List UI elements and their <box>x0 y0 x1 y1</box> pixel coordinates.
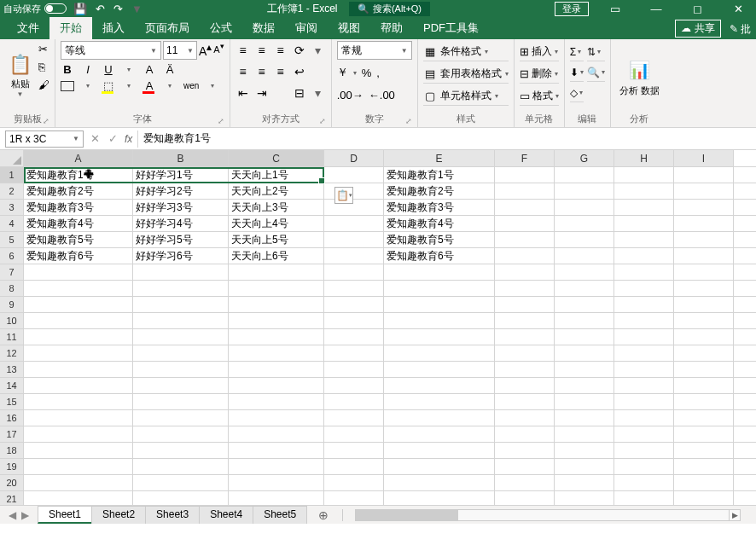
cell[interactable]: 好好学习1号 <box>133 167 229 183</box>
select-all-button[interactable] <box>0 150 24 166</box>
cell[interactable] <box>324 167 384 183</box>
cell[interactable] <box>674 491 734 505</box>
cell[interactable] <box>229 426 324 442</box>
font-effect2-icon[interactable]: Ä <box>163 63 177 76</box>
cell[interactable] <box>555 232 614 247</box>
row-header[interactable]: 16 <box>0 410 24 426</box>
cell[interactable] <box>24 426 133 442</box>
autosum-icon[interactable]: Σ <box>570 46 576 58</box>
row-header[interactable]: 7 <box>0 264 24 280</box>
cell[interactable] <box>229 443 324 458</box>
cell[interactable] <box>384 459 495 474</box>
cell[interactable] <box>495 394 555 409</box>
column-header[interactable]: B <box>133 150 229 166</box>
cell[interactable] <box>674 216 734 231</box>
cell[interactable] <box>555 443 614 458</box>
cell[interactable] <box>24 410 133 426</box>
cell[interactable] <box>324 378 384 393</box>
cell[interactable] <box>24 443 133 458</box>
cell[interactable] <box>555 459 614 474</box>
cell[interactable] <box>24 378 133 393</box>
horizontal-scrollbar[interactable]: ◀ ▶ <box>355 509 741 521</box>
cell[interactable] <box>24 281 133 296</box>
row-header[interactable]: 19 <box>0 459 24 474</box>
cell[interactable] <box>324 248 384 264</box>
cell[interactable] <box>495 232 555 247</box>
cell[interactable] <box>674 362 734 377</box>
fill-color-icon[interactable]: ⬚ <box>102 79 115 92</box>
sheet-tab[interactable]: Sheet3 <box>145 506 200 524</box>
cell[interactable] <box>229 297 324 312</box>
cell[interactable]: 爱知趣教育5号 <box>24 232 133 247</box>
cell[interactable] <box>324 216 384 231</box>
row-header[interactable]: 6 <box>0 248 24 264</box>
cell[interactable] <box>555 491 614 505</box>
find-icon[interactable]: 🔍 <box>587 67 600 78</box>
cell[interactable] <box>555 297 614 312</box>
row-header[interactable]: 13 <box>0 362 24 377</box>
column-header[interactable]: C <box>229 150 324 166</box>
cell[interactable] <box>555 183 614 199</box>
cut-icon[interactable]: ✂ <box>38 43 49 55</box>
cell[interactable] <box>674 443 734 458</box>
row-header[interactable]: 8 <box>0 281 24 296</box>
cell[interactable] <box>133 459 229 474</box>
cell[interactable] <box>133 264 229 280</box>
cell[interactable]: 爱知趣教育6号 <box>24 248 133 264</box>
sheet-tab[interactable]: Sheet1 <box>38 506 92 524</box>
cell[interactable] <box>555 362 614 377</box>
indent-increase-icon[interactable]: ⇥ <box>254 86 270 100</box>
cell[interactable] <box>495 362 555 377</box>
name-box[interactable]: 1R x 3C▼ <box>5 130 84 148</box>
cell[interactable] <box>384 345 495 361</box>
cell[interactable] <box>229 362 324 377</box>
row-header[interactable]: 11 <box>0 329 24 345</box>
sheet-tab[interactable]: Sheet5 <box>253 506 307 524</box>
cell[interactable]: 爱知趣教育4号 <box>384 216 495 231</box>
cell[interactable] <box>24 329 133 345</box>
launcher-icon[interactable]: ⤢ <box>319 117 326 125</box>
cell[interactable]: 好好学习6号 <box>133 248 229 264</box>
cell[interactable]: 爱知趣教育4号 <box>24 216 133 231</box>
cell[interactable] <box>384 378 495 393</box>
cell[interactable] <box>495 475 555 490</box>
clear-icon[interactable]: ◇ <box>570 87 578 99</box>
cell[interactable] <box>495 167 555 183</box>
italic-button[interactable]: I <box>81 63 95 76</box>
cell[interactable] <box>324 329 384 345</box>
cell[interactable] <box>133 329 229 345</box>
cell[interactable]: 天天向上6号 <box>229 248 324 264</box>
column-header[interactable]: G <box>555 150 614 166</box>
cell[interactable] <box>614 297 674 312</box>
minimize-icon[interactable]: — <box>642 3 671 15</box>
cell[interactable] <box>614 329 674 345</box>
insert-cells-button[interactable]: ⊞插入 ▾ <box>520 43 559 61</box>
shrink-font-icon[interactable]: A▾ <box>213 41 224 60</box>
cell[interactable]: 天天向上3号 <box>229 200 324 215</box>
cell[interactable] <box>229 281 324 296</box>
percent-icon[interactable]: % <box>362 67 372 79</box>
search-box[interactable]: 🔍 搜索(Alt+Q) <box>349 2 430 16</box>
cell[interactable] <box>384 329 495 345</box>
align-center-icon[interactable]: ≡ <box>254 65 270 78</box>
cell[interactable] <box>133 443 229 458</box>
cell[interactable] <box>24 345 133 361</box>
cell[interactable] <box>324 297 384 312</box>
cell[interactable] <box>614 378 674 393</box>
add-sheet-button[interactable]: ⊕ <box>313 508 334 522</box>
cell[interactable] <box>324 183 384 199</box>
cell[interactable] <box>384 297 495 312</box>
cell[interactable] <box>555 394 614 409</box>
cell[interactable] <box>24 362 133 377</box>
fx-icon[interactable]: fx <box>125 133 132 145</box>
tab-view[interactable]: 视图 <box>328 17 370 39</box>
cell[interactable] <box>555 329 614 345</box>
cell[interactable] <box>614 459 674 474</box>
cell[interactable]: 爱知趣教育1号 <box>384 167 495 183</box>
cell[interactable] <box>614 443 674 458</box>
cell-style-button[interactable]: ▢单元格样式 ▾ <box>423 87 509 106</box>
cell[interactable] <box>229 329 324 345</box>
format-painter-icon[interactable]: 🖌 <box>38 78 49 91</box>
cell[interactable] <box>133 297 229 312</box>
cell[interactable] <box>674 459 734 474</box>
